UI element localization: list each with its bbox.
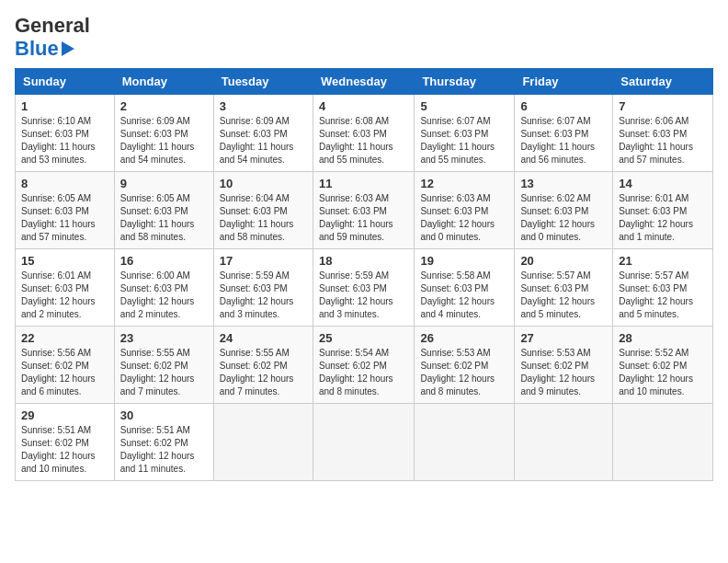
calendar-week-row: 22Sunrise: 5:56 AM Sunset: 6:02 PM Dayli… bbox=[16, 327, 713, 404]
day-number: 8 bbox=[21, 177, 108, 190]
calendar-header-row: SundayMondayTuesdayWednesdayThursdayFrid… bbox=[16, 69, 713, 95]
day-info: Sunrise: 5:53 AM Sunset: 6:02 PM Dayligh… bbox=[420, 347, 508, 398]
day-info: Sunrise: 5:53 AM Sunset: 6:02 PM Dayligh… bbox=[520, 347, 607, 398]
day-number: 10 bbox=[220, 177, 307, 190]
calendar-cell: 9Sunrise: 6:05 AM Sunset: 6:03 PM Daylig… bbox=[114, 172, 213, 249]
day-info: Sunrise: 6:10 AM Sunset: 6:03 PM Dayligh… bbox=[21, 115, 108, 167]
day-info: Sunrise: 5:52 AM Sunset: 6:02 PM Dayligh… bbox=[619, 347, 707, 398]
calendar-cell: 12Sunrise: 6:03 AM Sunset: 6:03 PM Dayli… bbox=[415, 172, 515, 249]
column-header-saturday: Saturday bbox=[613, 69, 713, 95]
logo-arrow-icon bbox=[62, 41, 74, 56]
day-info: Sunrise: 6:08 AM Sunset: 6:03 PM Dayligh… bbox=[319, 115, 408, 167]
day-number: 1 bbox=[21, 99, 108, 113]
day-number: 26 bbox=[420, 331, 508, 345]
day-number: 12 bbox=[420, 177, 508, 190]
calendar-cell: 18Sunrise: 5:59 AM Sunset: 6:03 PM Dayli… bbox=[313, 249, 414, 327]
day-info: Sunrise: 6:04 AM Sunset: 6:03 PM Dayligh… bbox=[220, 192, 307, 244]
calendar-cell: 20Sunrise: 5:57 AM Sunset: 6:03 PM Dayli… bbox=[515, 249, 613, 327]
day-info: Sunrise: 5:51 AM Sunset: 6:02 PM Dayligh… bbox=[21, 424, 108, 476]
day-number: 3 bbox=[220, 99, 307, 113]
calendar-cell: 6Sunrise: 6:07 AM Sunset: 6:03 PM Daylig… bbox=[515, 95, 613, 172]
day-info: Sunrise: 6:03 AM Sunset: 6:03 PM Dayligh… bbox=[420, 192, 508, 244]
day-info: Sunrise: 6:09 AM Sunset: 6:03 PM Dayligh… bbox=[220, 115, 307, 167]
day-number: 5 bbox=[420, 99, 508, 113]
calendar-cell: 13Sunrise: 6:02 AM Sunset: 6:03 PM Dayli… bbox=[515, 172, 613, 249]
calendar-cell bbox=[213, 404, 313, 481]
day-number: 16 bbox=[120, 254, 208, 268]
calendar-cell: 15Sunrise: 6:01 AM Sunset: 6:03 PM Dayli… bbox=[16, 249, 115, 327]
calendar-week-row: 8Sunrise: 6:05 AM Sunset: 6:03 PM Daylig… bbox=[16, 172, 713, 249]
day-number: 29 bbox=[21, 408, 108, 422]
calendar-cell: 22Sunrise: 5:56 AM Sunset: 6:02 PM Dayli… bbox=[16, 327, 115, 404]
day-info: Sunrise: 5:55 AM Sunset: 6:02 PM Dayligh… bbox=[120, 347, 208, 398]
day-number: 28 bbox=[619, 331, 707, 345]
calendar-table: SundayMondayTuesdayWednesdayThursdayFrid… bbox=[15, 68, 713, 481]
calendar-week-row: 15Sunrise: 6:01 AM Sunset: 6:03 PM Dayli… bbox=[16, 249, 713, 327]
column-header-sunday: Sunday bbox=[16, 69, 115, 95]
day-number: 15 bbox=[21, 254, 108, 268]
column-header-wednesday: Wednesday bbox=[313, 69, 414, 95]
day-info: Sunrise: 5:58 AM Sunset: 6:03 PM Dayligh… bbox=[420, 270, 508, 321]
day-number: 27 bbox=[520, 331, 607, 345]
day-number: 23 bbox=[120, 331, 208, 345]
day-number: 11 bbox=[319, 177, 408, 190]
day-info: Sunrise: 5:59 AM Sunset: 6:03 PM Dayligh… bbox=[220, 270, 307, 321]
calendar-cell: 23Sunrise: 5:55 AM Sunset: 6:02 PM Dayli… bbox=[114, 327, 213, 404]
column-header-monday: Monday bbox=[114, 69, 213, 95]
day-info: Sunrise: 5:56 AM Sunset: 6:02 PM Dayligh… bbox=[21, 347, 108, 398]
logo-general: General bbox=[15, 14, 90, 37]
calendar-cell: 28Sunrise: 5:52 AM Sunset: 6:02 PM Dayli… bbox=[613, 327, 713, 404]
day-number: 4 bbox=[319, 99, 408, 113]
calendar-cell: 8Sunrise: 6:05 AM Sunset: 6:03 PM Daylig… bbox=[16, 172, 115, 249]
calendar-cell bbox=[415, 404, 515, 481]
calendar-cell: 26Sunrise: 5:53 AM Sunset: 6:02 PM Dayli… bbox=[415, 327, 515, 404]
day-info: Sunrise: 6:03 AM Sunset: 6:03 PM Dayligh… bbox=[319, 192, 408, 244]
day-number: 9 bbox=[120, 177, 208, 190]
day-info: Sunrise: 6:09 AM Sunset: 6:03 PM Dayligh… bbox=[120, 115, 208, 167]
page-header: General Blue bbox=[15, 15, 713, 61]
calendar-cell: 5Sunrise: 6:07 AM Sunset: 6:03 PM Daylig… bbox=[415, 95, 515, 172]
day-info: Sunrise: 6:02 AM Sunset: 6:03 PM Dayligh… bbox=[520, 192, 607, 244]
day-info: Sunrise: 6:07 AM Sunset: 6:03 PM Dayligh… bbox=[520, 115, 607, 167]
day-info: Sunrise: 6:05 AM Sunset: 6:03 PM Dayligh… bbox=[21, 192, 108, 244]
day-number: 20 bbox=[520, 254, 607, 268]
day-info: Sunrise: 6:01 AM Sunset: 6:03 PM Dayligh… bbox=[619, 192, 707, 244]
column-header-tuesday: Tuesday bbox=[213, 69, 313, 95]
calendar-cell bbox=[313, 404, 414, 481]
calendar-cell: 11Sunrise: 6:03 AM Sunset: 6:03 PM Dayli… bbox=[313, 172, 414, 249]
logo-blue: Blue bbox=[15, 37, 59, 61]
day-number: 7 bbox=[619, 99, 707, 113]
calendar-cell: 21Sunrise: 5:57 AM Sunset: 6:03 PM Dayli… bbox=[613, 249, 713, 327]
calendar-cell: 4Sunrise: 6:08 AM Sunset: 6:03 PM Daylig… bbox=[313, 95, 414, 172]
day-number: 24 bbox=[220, 331, 307, 345]
calendar-cell: 25Sunrise: 5:54 AM Sunset: 6:02 PM Dayli… bbox=[313, 327, 414, 404]
calendar-week-row: 29Sunrise: 5:51 AM Sunset: 6:02 PM Dayli… bbox=[16, 404, 713, 481]
column-header-thursday: Thursday bbox=[415, 69, 515, 95]
day-number: 30 bbox=[120, 408, 208, 422]
day-number: 22 bbox=[21, 331, 108, 345]
logo: General Blue bbox=[15, 15, 90, 61]
day-number: 19 bbox=[420, 254, 508, 268]
day-number: 2 bbox=[120, 99, 208, 113]
day-info: Sunrise: 6:00 AM Sunset: 6:03 PM Dayligh… bbox=[120, 270, 208, 321]
day-info: Sunrise: 5:51 AM Sunset: 6:02 PM Dayligh… bbox=[120, 424, 208, 476]
day-info: Sunrise: 5:57 AM Sunset: 6:03 PM Dayligh… bbox=[619, 270, 707, 321]
day-info: Sunrise: 6:07 AM Sunset: 6:03 PM Dayligh… bbox=[420, 115, 508, 167]
day-info: Sunrise: 5:59 AM Sunset: 6:03 PM Dayligh… bbox=[319, 270, 408, 321]
calendar-cell: 10Sunrise: 6:04 AM Sunset: 6:03 PM Dayli… bbox=[213, 172, 313, 249]
calendar-cell: 30Sunrise: 5:51 AM Sunset: 6:02 PM Dayli… bbox=[114, 404, 213, 481]
calendar-cell: 27Sunrise: 5:53 AM Sunset: 6:02 PM Dayli… bbox=[515, 327, 613, 404]
day-number: 25 bbox=[319, 331, 408, 345]
day-info: Sunrise: 5:54 AM Sunset: 6:02 PM Dayligh… bbox=[319, 347, 408, 398]
day-number: 6 bbox=[520, 99, 607, 113]
day-info: Sunrise: 6:06 AM Sunset: 6:03 PM Dayligh… bbox=[619, 115, 707, 167]
calendar-cell: 17Sunrise: 5:59 AM Sunset: 6:03 PM Dayli… bbox=[213, 249, 313, 327]
calendar-cell: 2Sunrise: 6:09 AM Sunset: 6:03 PM Daylig… bbox=[114, 95, 213, 172]
day-number: 17 bbox=[220, 254, 307, 268]
day-number: 18 bbox=[319, 254, 408, 268]
day-info: Sunrise: 5:57 AM Sunset: 6:03 PM Dayligh… bbox=[520, 270, 607, 321]
day-number: 13 bbox=[520, 177, 607, 190]
calendar-week-row: 1Sunrise: 6:10 AM Sunset: 6:03 PM Daylig… bbox=[16, 95, 713, 172]
day-number: 21 bbox=[619, 254, 707, 268]
day-info: Sunrise: 6:05 AM Sunset: 6:03 PM Dayligh… bbox=[120, 192, 208, 244]
